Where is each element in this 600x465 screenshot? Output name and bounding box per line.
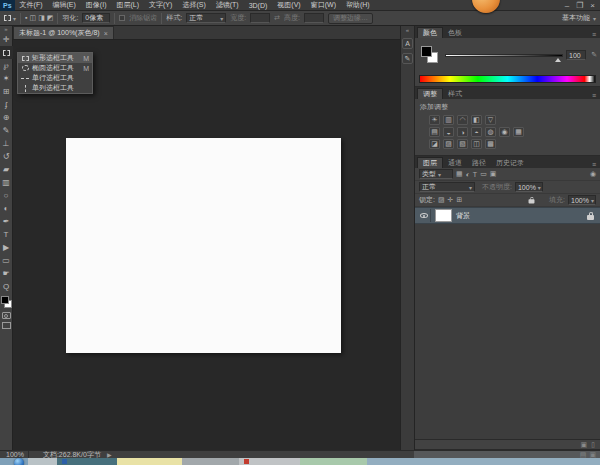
vibrance-icon[interactable]: ▽: [485, 115, 496, 125]
menu-filter[interactable]: 滤镜(T): [211, 0, 244, 11]
tab-paths[interactable]: 路径: [467, 157, 491, 168]
path-selection-tool[interactable]: ▶: [0, 241, 13, 254]
type-tool[interactable]: T: [0, 228, 13, 241]
lock-pixels-icon[interactable]: ⊞: [456, 196, 462, 204]
antialias-checkbox[interactable]: [119, 15, 125, 21]
zoom-tool[interactable]: Q: [0, 280, 13, 293]
color-balance-icon[interactable]: ◒: [443, 127, 454, 137]
close-button[interactable]: ×: [590, 1, 595, 10]
grayscale-value-input[interactable]: 100: [566, 50, 586, 60]
lock-transparency-icon[interactable]: ▨: [438, 196, 445, 204]
subtract-selection-icon[interactable]: ◨: [38, 14, 45, 22]
posterize-icon[interactable]: ◪: [429, 139, 440, 149]
move-tool[interactable]: ✛: [0, 33, 13, 46]
delete-layer-icon[interactable]: ▯: [591, 441, 595, 449]
curves-icon[interactable]: ◠: [457, 115, 468, 125]
foreground-color-swatch[interactable]: [421, 46, 432, 57]
taskbar-segment[interactable]: [367, 458, 600, 465]
levels-icon[interactable]: ▥: [443, 115, 454, 125]
quick-selection-tool[interactable]: ✶: [0, 72, 13, 85]
tab-styles[interactable]: 样式: [443, 88, 467, 99]
lock-position-icon[interactable]: ✛: [448, 196, 454, 204]
tab-adjustments[interactable]: 调整: [417, 88, 443, 99]
style-dropdown[interactable]: 正常 ▾: [186, 13, 226, 23]
rectangular-marquee-tool[interactable]: [0, 46, 13, 59]
panel-menu-icon[interactable]: ≡: [592, 161, 600, 168]
dodge-tool[interactable]: ◐: [0, 202, 13, 215]
brightness-contrast-icon[interactable]: ☀: [429, 115, 440, 125]
hue-saturation-icon[interactable]: ▤: [429, 127, 440, 137]
quick-mask-button[interactable]: [2, 312, 11, 319]
photo-filter-icon[interactable]: ◓: [471, 127, 482, 137]
flyout-rectangular-marquee[interactable]: 矩形选框工具 M: [18, 53, 92, 63]
taskbar-segment[interactable]: [300, 458, 367, 465]
intersect-selection-icon[interactable]: ◩: [47, 14, 54, 22]
hand-tool[interactable]: ☛: [0, 267, 13, 280]
lasso-tool[interactable]: ℘: [0, 59, 13, 72]
menu-image[interactable]: 图像(I): [81, 0, 112, 11]
color-spectrum-ramp[interactable]: [419, 75, 596, 83]
layer-thumbnail[interactable]: [435, 209, 452, 222]
invert-icon[interactable]: ▦: [513, 127, 524, 137]
menu-layer[interactable]: 图层(L): [111, 0, 144, 11]
taskbar-segment[interactable]: [117, 458, 182, 465]
color-picker-icon[interactable]: ✎: [591, 51, 597, 59]
grayscale-slider[interactable]: [445, 54, 563, 57]
tab-layers[interactable]: 图层: [417, 157, 443, 168]
filter-shape-layers-icon[interactable]: ▭: [480, 170, 487, 178]
close-document-icon[interactable]: ×: [104, 30, 108, 37]
filter-pixel-layers-icon[interactable]: ▦: [456, 170, 463, 178]
height-input[interactable]: [304, 13, 324, 23]
taskbar-segment[interactable]: [28, 458, 57, 465]
taskbar-segment[interactable]: [239, 458, 300, 465]
taskbar-segment[interactable]: [182, 458, 239, 465]
pen-tool[interactable]: ✒: [0, 215, 13, 228]
menu-file[interactable]: 文件(F): [15, 0, 48, 11]
taskbar-segment[interactable]: [57, 458, 117, 465]
gradient-tool[interactable]: ▥: [0, 176, 13, 189]
lock-all-icon[interactable]: [529, 197, 535, 204]
tool-preset-picker[interactable]: ▾: [4, 15, 16, 22]
foreground-color-swatch[interactable]: [1, 296, 9, 304]
menu-edit[interactable]: 编辑(E): [48, 0, 81, 11]
collapse-dock-icon[interactable]: »: [4, 26, 7, 33]
tab-history[interactable]: 历史记录: [491, 157, 529, 168]
visibility-eye-icon[interactable]: [418, 209, 431, 222]
expand-dock-icon[interactable]: «: [406, 26, 409, 34]
slider-thumb[interactable]: [555, 58, 561, 62]
filter-adjustment-layers-icon[interactable]: ◐: [466, 171, 470, 178]
panel-menu-icon[interactable]: ≡: [592, 92, 600, 99]
windows-start-orb[interactable]: [14, 458, 24, 465]
pattern-icon[interactable]: ▩: [485, 139, 496, 149]
status-advance-icon[interactable]: ▶: [107, 451, 112, 458]
crop-tool[interactable]: ⊞: [0, 85, 13, 98]
menu-window[interactable]: 窗口(W): [306, 0, 341, 11]
tab-color[interactable]: 颜色: [417, 27, 443, 38]
shape-tool[interactable]: ▭: [0, 254, 13, 267]
tab-swatches[interactable]: 色板: [443, 27, 467, 38]
color-lookup-icon[interactable]: ◉: [499, 127, 510, 137]
selective-color-icon[interactable]: ◫: [471, 139, 482, 149]
new-layer-icon[interactable]: ▣: [581, 441, 588, 449]
layer-filter-dropdown[interactable]: 类型 ▾: [419, 169, 453, 179]
eyedropper-tool[interactable]: ʄ: [0, 98, 13, 111]
history-brush-tool[interactable]: ↺: [0, 150, 13, 163]
healing-brush-tool[interactable]: ⊕: [0, 111, 13, 124]
minimize-button[interactable]: –: [565, 1, 569, 10]
blur-tool[interactable]: ○: [0, 189, 13, 202]
refine-edge-button[interactable]: 调整边缘…: [328, 13, 373, 24]
character-panel-icon[interactable]: A: [402, 38, 413, 49]
feather-input[interactable]: 0像素: [82, 13, 110, 23]
menu-select[interactable]: 选择(S): [177, 0, 210, 11]
filter-type-layers-icon[interactable]: T: [473, 171, 477, 178]
restore-button[interactable]: ❐: [576, 1, 583, 10]
document-tab[interactable]: 未标题-1 @ 100%(灰色/8) ×: [13, 26, 114, 39]
menu-help[interactable]: 帮助(H): [341, 0, 375, 11]
new-selection-icon[interactable]: ▪: [25, 14, 27, 22]
screen-mode-button[interactable]: [2, 322, 11, 329]
workspace-switcher[interactable]: 基本功能 ▾: [562, 13, 596, 23]
fill-input[interactable]: 100% ▾: [568, 195, 596, 205]
channel-mixer-icon[interactable]: ◍: [485, 127, 496, 137]
swap-dimensions-icon[interactable]: ⇄: [274, 14, 280, 22]
zoom-level-field[interactable]: 100%: [0, 451, 29, 458]
